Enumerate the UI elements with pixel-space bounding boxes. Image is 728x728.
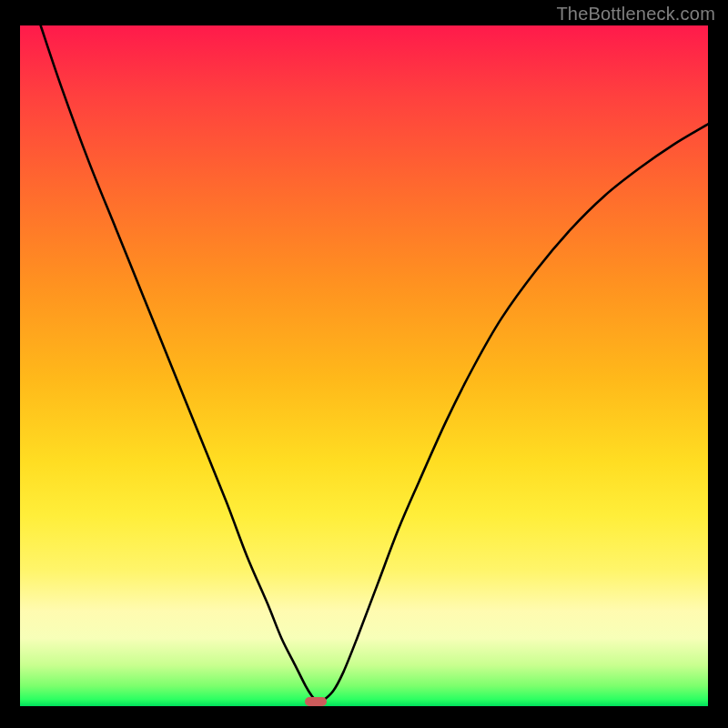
optimum-marker: [305, 697, 327, 706]
bottleneck-curve: [41, 25, 708, 703]
curve-svg: [20, 25, 708, 706]
watermark-text: TheBottleneck.com: [556, 4, 715, 25]
stage: TheBottleneck.com: [0, 0, 728, 728]
plot-area: [20, 25, 708, 706]
